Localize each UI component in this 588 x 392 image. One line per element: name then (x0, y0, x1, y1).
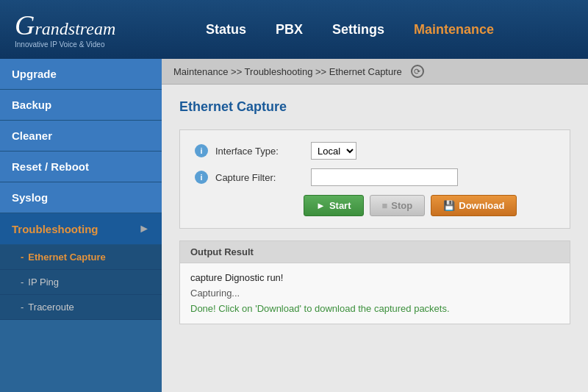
capture-filter-label: Capture Filter: (215, 172, 304, 183)
capture-filter-row: i Capture Filter: (195, 168, 555, 186)
breadcrumb: Maintenance >> Troubleshooting >> Ethern… (162, 59, 588, 85)
sidebar-item-troubleshooting[interactable]: Troubleshooting ► (0, 213, 162, 245)
output-line-3: Done! Click on 'Download' to download th… (190, 302, 559, 317)
sidebar-sub-traceroute[interactable]: - Traceroute (0, 295, 162, 320)
start-button[interactable]: ► Start (304, 195, 364, 216)
capture-filter-input[interactable] (311, 168, 458, 186)
nav-menu: Status PBX Settings Maintenance (206, 22, 494, 38)
stop-button[interactable]: ■ Stop (370, 195, 426, 216)
page-title: Ethernet Capture (179, 99, 570, 115)
main-layout: Upgrade Backup Cleaner Reset / Reboot Sy… (0, 59, 588, 392)
sidebar-item-syslog[interactable]: Syslog (0, 182, 162, 213)
output-line-1: capture Dignostic run! (190, 271, 559, 286)
sidebar: Upgrade Backup Cleaner Reset / Reboot Sy… (0, 59, 162, 392)
sidebar-sub-ip-ping[interactable]: - IP Ping (0, 270, 162, 295)
sidebar-sub-menu: - Ethernet Capture - IP Ping - Tracerout… (0, 245, 162, 320)
nav-maintenance[interactable]: Maintenance (414, 22, 494, 38)
dash-icon: - (21, 252, 24, 263)
play-icon: ► (316, 200, 326, 211)
dash-icon: - (21, 302, 24, 313)
button-row: ► Start ■ Stop 💾 Download (195, 195, 555, 216)
interface-type-info-icon[interactable]: i (195, 144, 208, 157)
output-header: Output Result (180, 241, 570, 263)
logo: Grandstream (15, 11, 115, 39)
sidebar-item-upgrade[interactable]: Upgrade (0, 59, 162, 90)
output-body: capture Dignostic run! Capturing... Done… (180, 263, 570, 324)
interface-type-control: Local WAN (311, 142, 356, 160)
interface-type-row: i Interface Type: Local WAN (195, 142, 555, 160)
sidebar-sub-ethernet-capture[interactable]: - Ethernet Capture (0, 245, 162, 270)
logo-tagline: Innovative IP Voice & Video (15, 40, 105, 49)
sidebar-item-reset-reboot[interactable]: Reset / Reboot (0, 152, 162, 182)
breadcrumb-text: Maintenance >> Troubleshooting >> Ethern… (173, 66, 402, 77)
stop-icon: ■ (382, 200, 388, 211)
content-area: Maintenance >> Troubleshooting >> Ethern… (162, 59, 588, 392)
sidebar-item-backup[interactable]: Backup (0, 90, 162, 121)
form-section: i Interface Type: Local WAN i Capture Fi… (179, 129, 570, 229)
header: Grandstream Innovative IP Voice & Video … (0, 0, 588, 59)
interface-type-select[interactable]: Local WAN (311, 142, 356, 160)
output-section: Output Result capture Dignostic run! Cap… (179, 240, 570, 324)
sidebar-item-cleaner[interactable]: Cleaner (0, 121, 162, 152)
nav-settings[interactable]: Settings (332, 22, 384, 38)
download-button[interactable]: 💾 Download (431, 195, 517, 216)
output-line-2: Capturing... (190, 286, 559, 302)
interface-type-label: Interface Type: (215, 146, 304, 157)
nav-status[interactable]: Status (206, 22, 246, 38)
logo-area: Grandstream Innovative IP Voice & Video (15, 11, 162, 49)
sidebar-arrow-icon: ► (138, 222, 150, 235)
content-body: Ethernet Capture i Interface Type: Local… (162, 85, 588, 392)
dash-icon: - (21, 277, 24, 288)
refresh-icon[interactable]: ⟳ (411, 65, 424, 78)
download-icon: 💾 (443, 200, 455, 211)
capture-filter-info-icon[interactable]: i (195, 171, 208, 184)
nav-pbx[interactable]: PBX (276, 22, 303, 38)
